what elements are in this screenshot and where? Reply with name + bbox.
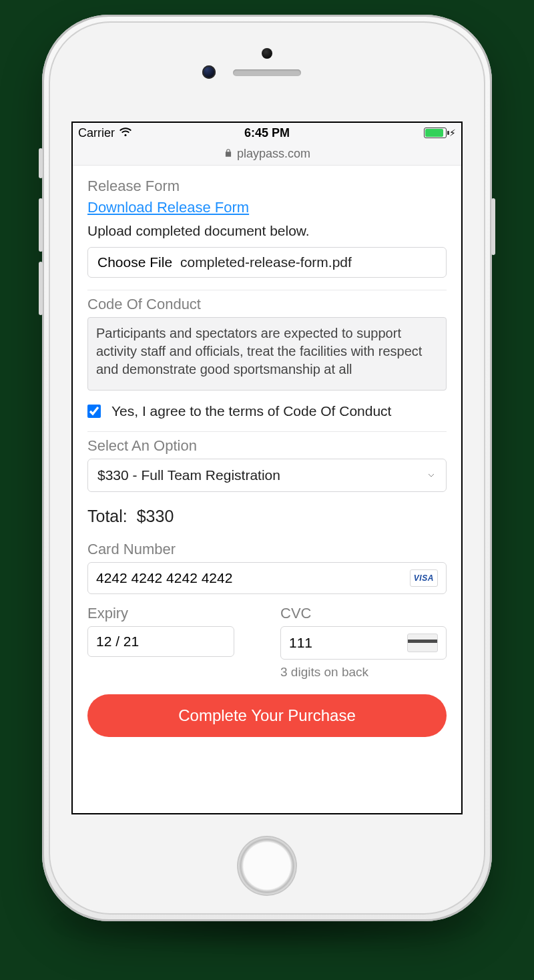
agree-label: Yes, I agree to the terms of Code Of Con… [111, 403, 391, 419]
battery-icon [424, 128, 447, 138]
complete-purchase-button[interactable]: Complete Your Purchase [87, 694, 447, 737]
browser-domain: playpass.com [237, 147, 310, 161]
volume-down-button [39, 262, 43, 315]
expiry-label: Expiry [87, 605, 254, 622]
device-bezel: Carrier 6:45 PM ⚡︎ pla [49, 21, 485, 915]
proximity-sensor [262, 48, 272, 59]
card-back-icon [407, 634, 438, 652]
select-option-title: Select An Option [87, 437, 447, 455]
card-brand-badge: VISA [410, 569, 438, 587]
card-number-label: Card Number [87, 541, 447, 558]
status-bar: Carrier 6:45 PM ⚡︎ [73, 123, 461, 143]
screen: Carrier 6:45 PM ⚡︎ pla [71, 121, 463, 814]
expiry-field[interactable] [87, 626, 234, 657]
total-row: Total: $330 [87, 507, 447, 526]
uploaded-filename: completed-release-form.pdf [180, 254, 352, 270]
code-of-conduct-title: Code Of Conduct [87, 296, 447, 313]
cvc-input[interactable] [289, 635, 378, 651]
file-upload-field[interactable]: Choose File completed-release-form.pdf [87, 247, 447, 278]
wifi-icon [119, 126, 132, 140]
lock-icon [224, 148, 233, 160]
agree-checkbox[interactable] [87, 405, 101, 418]
status-time: 6:45 PM [244, 126, 290, 140]
selected-option-label: $330 - Full Team Registration [97, 467, 280, 483]
page-content: Release Form Download Release Form Uploa… [73, 166, 461, 813]
download-release-link[interactable]: Download Release Form [87, 199, 249, 216]
expiry-input[interactable] [96, 634, 226, 650]
chevron-down-icon [426, 469, 437, 483]
cvc-label: CVC [280, 605, 447, 622]
browser-url-bar[interactable]: playpass.com [73, 143, 461, 166]
carrier-label: Carrier [78, 126, 115, 140]
power-button [491, 198, 495, 255]
divider [87, 431, 447, 432]
code-of-conduct-text[interactable] [87, 317, 447, 391]
front-camera [202, 65, 216, 79]
home-button[interactable] [237, 836, 297, 896]
total-label: Total: [87, 507, 127, 525]
release-form-title: Release Form [87, 178, 447, 195]
earpiece [233, 69, 301, 76]
cvc-helper: 3 digits on back [280, 665, 447, 680]
upload-instruction: Upload completed document below. [87, 223, 447, 239]
card-number-field[interactable]: VISA [87, 562, 447, 594]
mute-switch [39, 148, 43, 178]
registration-option-select[interactable]: $330 - Full Team Registration [87, 459, 447, 492]
volume-up-button [39, 198, 43, 252]
device-frame: Carrier 6:45 PM ⚡︎ pla [42, 15, 492, 921]
total-amount: $330 [137, 507, 174, 525]
card-number-input[interactable] [96, 570, 410, 586]
charging-icon: ⚡︎ [449, 128, 456, 138]
divider [87, 290, 447, 290]
cvc-field[interactable] [280, 626, 447, 660]
choose-file-button[interactable]: Choose File [97, 254, 172, 270]
